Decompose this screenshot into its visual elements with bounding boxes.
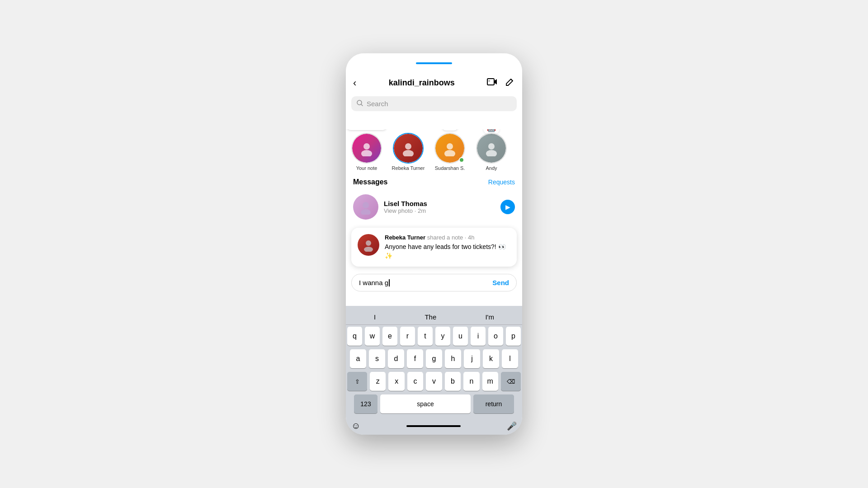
messages-header: Messages Requests: [346, 174, 522, 190]
story-item-sudarshan[interactable]: Boo! Sudarshan S.: [429, 133, 471, 171]
numbers-key[interactable]: 123: [354, 394, 377, 413]
key-i[interactable]: i: [471, 327, 486, 346]
svg-point-9: [444, 150, 455, 156]
message-sender-lisel: Lisel Thomas: [384, 200, 495, 207]
key-h[interactable]: h: [445, 349, 461, 368]
space-key[interactable]: space: [380, 394, 471, 413]
phone-frame: ‹ kalindi_rainbows: [346, 53, 522, 435]
message-avatar-lisel: [353, 194, 378, 220]
delete-key[interactable]: ⌫: [501, 372, 521, 391]
story-name-sudarshan: Sudarshan S.: [435, 165, 465, 171]
suggestion-i[interactable]: I: [370, 312, 379, 322]
keyboard-row-4: 123 space return: [347, 394, 521, 413]
return-key[interactable]: return: [473, 394, 514, 413]
note-body: Anyone have any leads for two tickets?! …: [385, 243, 510, 260]
key-y[interactable]: y: [435, 327, 450, 346]
story-avatar-wrapper-your-note: [351, 133, 382, 164]
story-avatar-rebeka: [393, 133, 424, 164]
keyboard-rows: q w e r t y u i o p a s d f g h j k: [346, 325, 522, 419]
status-indicator: [416, 62, 452, 64]
requests-link[interactable]: Requests: [488, 178, 515, 186]
note-header-rebeka: Rebeka Turner shared a note · 4h: [385, 234, 510, 241]
story-item-your-note[interactable]: finding a new playlist >>> Your note: [346, 133, 387, 171]
key-e[interactable]: e: [382, 327, 397, 346]
note-content-rebeka: Rebeka Turner shared a note · 4h Anyone …: [385, 234, 510, 260]
svg-rect-1: [488, 80, 490, 82]
messages-title: Messages: [353, 178, 388, 186]
key-n[interactable]: n: [463, 372, 479, 391]
compose-icon[interactable]: [505, 77, 515, 89]
message-item-lisel[interactable]: Lisel Thomas View photo · 2m ▶: [346, 190, 522, 224]
svg-rect-0: [487, 79, 494, 85]
svg-line-3: [361, 104, 363, 106]
keyboard-row-3: ⇧ z x c v b n m ⌫: [347, 372, 521, 391]
play-button-lisel[interactable]: ▶: [500, 200, 515, 214]
emoji-key[interactable]: ☺: [351, 421, 360, 431]
keyboard-suggestions: I The I'm: [346, 310, 522, 325]
story-item-rebeka[interactable]: Anyone have any leads for two tickets?! …: [387, 133, 429, 171]
key-b[interactable]: b: [445, 372, 461, 391]
key-w[interactable]: w: [365, 327, 380, 346]
note-avatar-rebeka: [358, 234, 379, 256]
story-name-rebeka: Rebeka Turner: [392, 165, 425, 171]
search-placeholder: Search: [367, 100, 388, 108]
story-name-andy: Andy: [486, 165, 497, 171]
suggestion-the[interactable]: The: [421, 312, 440, 322]
stories-row: finding a new playlist >>> Your note Any…: [346, 129, 522, 174]
key-f[interactable]: f: [407, 349, 423, 368]
back-button[interactable]: ‹: [353, 77, 356, 89]
message-input-text[interactable]: I wanna g: [359, 279, 489, 286]
key-l[interactable]: l: [502, 349, 518, 368]
svg-point-10: [488, 143, 495, 150]
key-x[interactable]: x: [388, 372, 404, 391]
key-g[interactable]: g: [426, 349, 442, 368]
search-icon: [357, 100, 363, 108]
key-r[interactable]: r: [400, 327, 415, 346]
key-k[interactable]: k: [483, 349, 499, 368]
key-t[interactable]: t: [418, 327, 433, 346]
svg-point-11: [486, 150, 497, 156]
shift-key[interactable]: ⇧: [347, 372, 367, 391]
story-avatar-wrapper-sudarshan: [434, 133, 465, 164]
key-c[interactable]: c: [407, 372, 423, 391]
video-call-icon[interactable]: [487, 77, 498, 89]
mic-icon[interactable]: 🎤: [507, 421, 517, 431]
page-title: kalindi_rainbows: [356, 78, 487, 88]
text-cursor: [389, 279, 390, 286]
svg-point-6: [405, 143, 411, 150]
header-icons: [487, 77, 515, 89]
note-popup-rebeka: Rebeka Turner shared a note · 4h Anyone …: [351, 228, 517, 267]
suggestion-im[interactable]: I'm: [481, 312, 498, 322]
keyboard-bottom: ☺ 🎤: [346, 419, 522, 435]
svg-point-12: [363, 202, 369, 208]
stories-section: finding a new playlist >>> Your note Any…: [346, 115, 522, 174]
story-item-andy[interactable]: 🤖 Andy: [471, 133, 512, 171]
key-p[interactable]: p: [506, 327, 521, 346]
story-avatar-wrapper-rebeka: [393, 133, 424, 164]
message-info-lisel: Lisel Thomas View photo · 2m: [384, 200, 495, 214]
key-a[interactable]: a: [350, 349, 366, 368]
key-o[interactable]: o: [488, 327, 503, 346]
message-preview-lisel: View photo · 2m: [384, 207, 495, 214]
svg-point-8: [447, 143, 453, 150]
key-s[interactable]: s: [369, 349, 385, 368]
keyboard: I The I'm q w e r t y u i o p a s: [346, 306, 522, 435]
send-button[interactable]: Send: [492, 279, 509, 286]
svg-point-14: [366, 240, 371, 246]
key-m[interactable]: m: [482, 372, 498, 391]
key-u[interactable]: u: [453, 327, 468, 346]
key-j[interactable]: j: [464, 349, 480, 368]
story-name-your-note: Your note: [356, 165, 377, 171]
key-z[interactable]: z: [370, 372, 386, 391]
search-bar[interactable]: Search: [351, 96, 517, 111]
online-indicator: [459, 157, 464, 163]
key-q[interactable]: q: [347, 327, 362, 346]
story-avatar-your-note: [351, 133, 382, 164]
keyboard-row-2: a s d f g h j k l: [347, 349, 521, 368]
key-v[interactable]: v: [426, 372, 442, 391]
svg-point-13: [361, 209, 371, 215]
header: ‹ kalindi_rainbows: [346, 73, 522, 93]
key-d[interactable]: d: [388, 349, 404, 368]
home-indicator: [406, 425, 461, 427]
message-input-row[interactable]: I wanna g Send: [351, 274, 517, 291]
